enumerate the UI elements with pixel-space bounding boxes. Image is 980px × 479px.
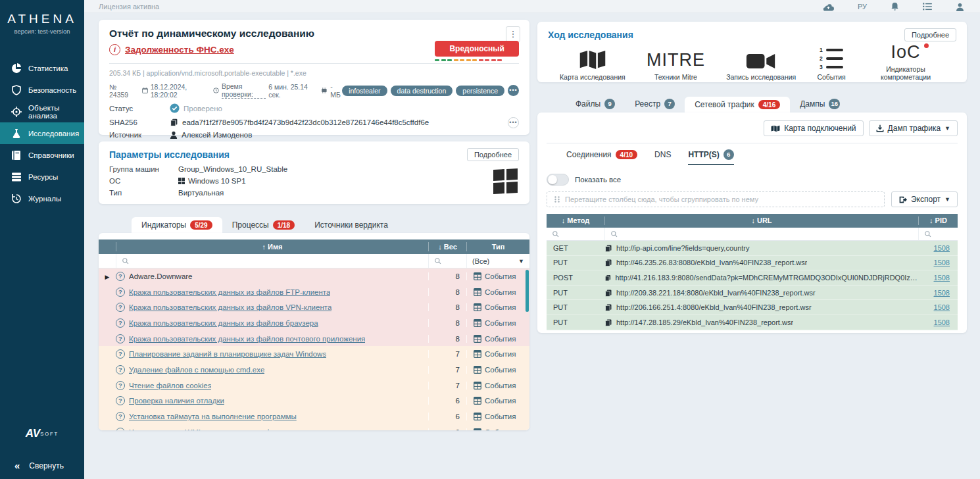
indicator-type[interactable]: События (466, 272, 529, 280)
tab[interactable]: Реестр 7 (625, 95, 685, 113)
tag[interactable]: persistence (456, 86, 504, 96)
ioc-item[interactable]: IoC Индикаторы компрометации (867, 43, 944, 81)
indicator-link[interactable]: Кража пользовательских данных из файлов … (129, 335, 365, 343)
sample-file-link[interactable]: Задолженность ФНС.exe (125, 45, 234, 55)
group-drop-zone[interactable]: Перетащите столбец сюда, чтобы сгруппиро… (547, 191, 885, 207)
traffic-dump-button[interactable]: Дамп трафика▼ (869, 120, 958, 136)
column-header-weight[interactable]: ↓ Вес (428, 242, 466, 251)
question-circle-icon[interactable]: ? (116, 396, 125, 405)
sidebar-item-investigations[interactable]: Исследования (0, 122, 84, 144)
tag[interactable]: infostealer (342, 86, 387, 96)
indicator-link[interactable]: Проверка наличия отладки (129, 397, 224, 405)
column-header-method[interactable]: ↓ Метод (547, 216, 604, 225)
question-circle-icon[interactable]: ? (116, 381, 125, 390)
question-circle-icon[interactable]: ? (116, 412, 125, 421)
collapse-sidebar-button[interactable]: « Свернуть (0, 455, 84, 479)
copy-icon[interactable] (604, 303, 612, 311)
sidebar-item-resources[interactable]: Ресурсы (0, 166, 84, 188)
indicator-type[interactable]: События (466, 335, 529, 343)
tab[interactable]: Сетевой трафик 4/16 (685, 97, 790, 113)
indicator-link[interactable]: Установка таймаута на выполнение програм… (129, 413, 297, 420)
pid-link[interactable]: 1508 (934, 318, 950, 326)
indicator-link[interactable]: Кража пользовательских данных из файлов … (129, 303, 331, 311)
cloud-upload-icon[interactable] (823, 3, 834, 11)
tab[interactable]: Индикаторы 5/29 (132, 217, 222, 233)
column-header-pid[interactable]: ↓ PID (918, 216, 958, 225)
column-header-url[interactable]: ↓ URL (604, 216, 918, 225)
question-circle-icon[interactable]: ? (116, 318, 125, 328)
pid-link[interactable]: 1508 (934, 289, 950, 297)
indicator-link[interactable]: Adware.Downware (129, 272, 193, 280)
question-circle-icon[interactable]: ? (116, 428, 125, 430)
question-circle-icon[interactable]: ? (116, 303, 125, 312)
question-circle-icon[interactable]: ? (116, 349, 125, 359)
pid-link[interactable]: 1508 (934, 244, 950, 252)
subtab[interactable]: Соединения 4/10 (566, 150, 637, 164)
question-circle-icon[interactable]: ? (116, 365, 125, 374)
sidebar-item-journals[interactable]: Журналы (0, 188, 84, 209)
mitre-techniques-item[interactable]: MITRE Техники Mitre (647, 43, 705, 81)
progress-details-button[interactable]: Подробнее (904, 28, 956, 41)
indicator-type[interactable]: События (466, 303, 529, 311)
weight-filter-input[interactable] (428, 254, 466, 268)
export-button[interactable]: Экспорт▼ (891, 191, 958, 207)
user-icon[interactable] (956, 3, 964, 11)
info-icon[interactable]: i (109, 44, 120, 55)
indicator-type[interactable]: События (466, 397, 529, 405)
verdict-badge[interactable]: Вредоносный (435, 41, 519, 57)
indicator-type[interactable]: События (466, 350, 529, 358)
indicator-link[interactable]: Кража пользовательских данных из файлов … (129, 319, 318, 327)
question-circle-icon[interactable]: ? (116, 272, 125, 281)
check-time-link[interactable]: Время проверки: (222, 82, 266, 99)
copy-icon[interactable] (604, 274, 611, 282)
type-filter-select[interactable]: (Все)▼ (466, 254, 529, 268)
column-header-type[interactable]: Тип (466, 242, 529, 251)
indicator-link[interactable]: Планирование заданий в планировщике зада… (129, 350, 326, 358)
column-header-name[interactable]: ↑ Имя (116, 242, 428, 251)
subtab[interactable]: HTTP(S) 6 (688, 149, 733, 165)
report-menu-button[interactable]: ⋮ (506, 26, 520, 42)
method-filter-input[interactable] (547, 228, 604, 240)
indicator-link[interactable]: Удаление файлов с помощью cmd.exe (129, 366, 264, 374)
url-filter-input[interactable] (604, 228, 918, 240)
language-switcher[interactable]: РУ (858, 3, 867, 11)
name-filter-input[interactable] (116, 254, 428, 268)
research-map-item[interactable]: Карта исследования (560, 43, 625, 81)
research-recording-item[interactable]: Запись исследования (726, 43, 796, 81)
indicator-type[interactable]: События (466, 319, 529, 327)
indicator-link[interactable]: Использование WMI для получения информац… (129, 428, 302, 430)
question-circle-icon[interactable]: ? (116, 288, 125, 297)
tab[interactable]: Источники вердикта (305, 217, 398, 233)
tab[interactable]: Файлы 9 (566, 95, 625, 113)
pid-link[interactable]: 1508 (934, 274, 950, 282)
task-list-icon[interactable] (923, 3, 932, 11)
copy-icon[interactable] (170, 118, 178, 126)
sidebar-item-security[interactable]: Безопасность (0, 79, 84, 101)
sidebar-item-reference[interactable]: Справочники (0, 144, 84, 166)
pid-link[interactable]: 1508 (934, 303, 950, 311)
indicator-type[interactable]: События (466, 428, 529, 430)
indicator-type[interactable]: События (466, 288, 529, 296)
events-item[interactable]: 123 События (817, 43, 845, 81)
show-all-toggle[interactable] (547, 174, 569, 186)
indicator-link[interactable]: Чтение файлов cookies (129, 382, 211, 390)
question-circle-icon[interactable]: ? (116, 334, 125, 343)
pid-filter-input[interactable] (918, 228, 958, 240)
connection-map-button[interactable]: Карта подключений (764, 120, 863, 136)
pid-link[interactable]: 1508 (934, 259, 950, 266)
bell-icon[interactable] (891, 2, 899, 11)
parameters-details-button[interactable]: Подробнее (467, 148, 519, 161)
indicator-type[interactable]: События (466, 413, 529, 420)
sidebar-item-statistics[interactable]: Статистика (0, 57, 84, 79)
tab[interactable]: Дампы 16 (790, 95, 850, 113)
copy-icon[interactable] (604, 289, 612, 297)
tab[interactable]: Процессы 1/18 (222, 217, 305, 233)
more-tags-button[interactable]: ••• (508, 85, 519, 96)
copy-icon[interactable] (604, 259, 612, 266)
expand-row-button[interactable]: ▶ (105, 274, 110, 280)
copy-icon[interactable] (604, 244, 612, 252)
indicator-type[interactable]: События (466, 366, 529, 374)
sidebar-item-analysis-objects[interactable]: Объекты анализа (0, 101, 84, 122)
indicator-type[interactable]: События (466, 382, 529, 390)
subtab[interactable]: DNS (654, 150, 671, 164)
